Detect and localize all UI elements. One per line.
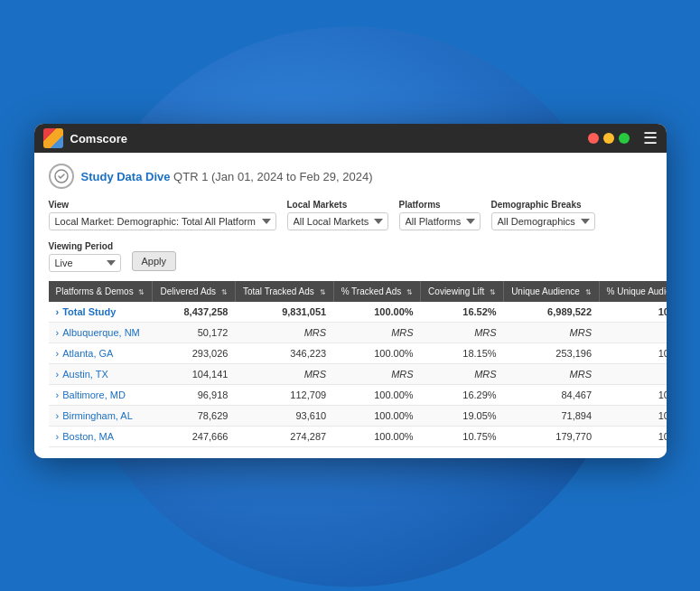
main-content: Study Data Dive QTR 1 (Jan 01, 2024 to F… bbox=[34, 153, 667, 458]
platforms-select[interactable]: All Platforms bbox=[399, 212, 481, 230]
viewing-period-filter-group: Viewing Period Live bbox=[49, 241, 121, 272]
cell-pct-tracked-ads: 100.00% bbox=[333, 406, 420, 427]
cell-pct-unique-audience: 100.00% bbox=[599, 343, 666, 364]
cell-coviewing-lift: MRS bbox=[421, 364, 504, 385]
study-icon bbox=[49, 164, 74, 189]
comscore-logo bbox=[43, 128, 63, 148]
study-title: Study Data Dive QTR 1 (Jan 01, 2024 to F… bbox=[81, 170, 373, 183]
col-unique-audience[interactable]: Unique Audience ⇅ bbox=[504, 281, 599, 302]
cell-total-tracked-ads: 274,287 bbox=[235, 427, 333, 447]
data-table: Platforms & Demos ⇅ Delivered Ads ⇅ Tota… bbox=[49, 281, 667, 447]
cell-pct-unique-audience: 100.00% bbox=[599, 302, 666, 323]
cell-total-tracked-ads: 9,831,051 bbox=[235, 302, 333, 323]
cell-name: ›Albuquerque, NM bbox=[49, 323, 153, 343]
cell-name: ›Baltimore, MD bbox=[49, 385, 153, 406]
table-row: ›Boston, MA247,666274,287100.00%10.75%17… bbox=[49, 427, 667, 447]
cell-name: ›Austin, TX bbox=[49, 364, 153, 385]
cell-pct-unique-audience: 100.00% bbox=[599, 385, 666, 406]
expand-icon[interactable]: › bbox=[56, 348, 60, 359]
cell-unique-audience: MRS bbox=[504, 323, 599, 343]
cell-delivered-ads: 78,629 bbox=[153, 406, 235, 427]
cell-total-tracked-ads: MRS bbox=[235, 323, 333, 343]
local-markets-select[interactable]: All Local Markets bbox=[287, 212, 388, 230]
row-name-link[interactable]: Boston, MA bbox=[62, 431, 114, 442]
cell-unique-audience: 84,467 bbox=[504, 385, 599, 406]
viewing-period-label: Viewing Period bbox=[49, 241, 121, 251]
view-select[interactable]: Local Market: Demographic: Total All Pla… bbox=[49, 212, 276, 230]
row-name-link[interactable]: Atlanta, GA bbox=[62, 348, 113, 359]
cell-total-tracked-ads: 346,223 bbox=[235, 343, 333, 364]
col-platforms-demos[interactable]: Platforms & Demos ⇅ bbox=[49, 281, 153, 302]
viewing-period-select[interactable]: Live bbox=[49, 254, 121, 272]
expand-icon[interactable]: › bbox=[56, 389, 60, 400]
cell-delivered-ads: 50,172 bbox=[153, 323, 235, 343]
demographics-label: Demographic Breaks bbox=[491, 200, 595, 210]
expand-icon[interactable]: › bbox=[56, 369, 60, 380]
cell-pct-unique-audience: MRS bbox=[599, 323, 666, 343]
row-name-link[interactable]: Total Study bbox=[62, 306, 116, 317]
cell-pct-tracked-ads: MRS bbox=[333, 323, 420, 343]
platforms-label: Platforms bbox=[399, 200, 481, 210]
titlebar: Comscore ☰ bbox=[34, 124, 667, 153]
cell-name: ›Total Study bbox=[49, 302, 153, 323]
expand-icon[interactable]: › bbox=[56, 410, 60, 421]
cell-coviewing-lift: 10.75% bbox=[421, 427, 504, 447]
cell-coviewing-lift: MRS bbox=[421, 323, 504, 343]
cell-delivered-ads: 247,666 bbox=[153, 427, 235, 447]
cell-coviewing-lift: 16.52% bbox=[421, 302, 504, 323]
cell-pct-tracked-ads: 100.00% bbox=[333, 343, 420, 364]
demographics-select[interactable]: All Demographics bbox=[491, 212, 595, 230]
table-row: ›Baltimore, MD96,918112,709100.00%16.29%… bbox=[49, 385, 667, 406]
table-row: ›Albuquerque, NM50,172MRSMRSMRSMRSMRSMRS bbox=[49, 323, 667, 343]
cell-delivered-ads: 104,141 bbox=[153, 364, 235, 385]
cell-unique-audience: 6,989,522 bbox=[504, 302, 599, 323]
cell-pct-unique-audience: MRS bbox=[599, 364, 666, 385]
col-delivered-ads[interactable]: Delivered Ads ⇅ bbox=[153, 281, 235, 302]
cell-name: ›Boston, MA bbox=[49, 427, 153, 447]
cell-unique-audience: 179,770 bbox=[504, 427, 599, 447]
cell-delivered-ads: 96,918 bbox=[153, 385, 235, 406]
cell-delivered-ads: 293,026 bbox=[153, 343, 235, 364]
cell-name: ›Atlanta, GA bbox=[49, 343, 153, 364]
row-name-link[interactable]: Birmingham, AL bbox=[62, 410, 133, 421]
cell-total-tracked-ads: 112,709 bbox=[235, 385, 333, 406]
col-coviewing-lift[interactable]: Coviewing Lift ⇅ bbox=[421, 281, 504, 302]
minimize-button[interactable] bbox=[603, 133, 614, 144]
col-pct-tracked-ads[interactable]: % Tracked Ads ⇅ bbox=[333, 281, 420, 302]
study-header: Study Data Dive QTR 1 (Jan 01, 2024 to F… bbox=[49, 164, 652, 189]
maximize-button[interactable] bbox=[619, 133, 630, 144]
cell-unique-audience: 253,196 bbox=[504, 343, 599, 364]
table-row: ›Atlanta, GA293,026346,223100.00%18.15%2… bbox=[49, 343, 667, 364]
row-name-link[interactable]: Austin, TX bbox=[62, 369, 108, 380]
cell-pct-tracked-ads: 100.00% bbox=[333, 302, 420, 323]
row-name-link[interactable]: Albuquerque, NM bbox=[62, 327, 140, 338]
cell-total-tracked-ads: 93,610 bbox=[235, 406, 333, 427]
cell-name: ›Birmingham, AL bbox=[49, 406, 153, 427]
table-row: ›Austin, TX104,141MRSMRSMRSMRSMRSMRS bbox=[49, 364, 667, 385]
local-markets-label: Local Markets bbox=[287, 200, 388, 210]
close-button[interactable] bbox=[588, 133, 599, 144]
expand-icon[interactable]: › bbox=[56, 431, 60, 442]
row-name-link[interactable]: Baltimore, MD bbox=[62, 389, 126, 400]
table-header-row: Platforms & Demos ⇅ Delivered Ads ⇅ Tota… bbox=[49, 281, 667, 302]
view-label: View bbox=[49, 200, 276, 210]
expand-icon[interactable]: › bbox=[56, 327, 60, 338]
expand-icon[interactable]: › bbox=[56, 306, 60, 317]
cell-unique-audience: 71,894 bbox=[504, 406, 599, 427]
brand-name: Comscore bbox=[70, 132, 128, 145]
cell-coviewing-lift: 19.05% bbox=[421, 406, 504, 427]
cell-pct-tracked-ads: 100.00% bbox=[333, 427, 420, 447]
cell-pct-unique-audience: 100.00% bbox=[599, 427, 666, 447]
demographics-filter-group: Demographic Breaks All Demographics bbox=[491, 200, 595, 230]
cell-unique-audience: MRS bbox=[504, 364, 599, 385]
view-filter-group: View Local Market: Demographic: Total Al… bbox=[49, 200, 276, 230]
titlebar-right: ☰ bbox=[588, 128, 658, 148]
col-total-tracked-ads[interactable]: Total Tracked Ads ⇅ bbox=[235, 281, 333, 302]
apply-button[interactable]: Apply bbox=[132, 251, 177, 271]
titlebar-left: Comscore bbox=[43, 128, 128, 148]
cell-pct-tracked-ads: 100.00% bbox=[333, 385, 420, 406]
filter-row: View Local Market: Demographic: Total Al… bbox=[49, 200, 652, 272]
menu-icon[interactable]: ☰ bbox=[643, 128, 658, 148]
cell-total-tracked-ads: MRS bbox=[235, 364, 333, 385]
col-pct-unique-audience[interactable]: % Unique Audience ⇅ bbox=[599, 281, 666, 302]
